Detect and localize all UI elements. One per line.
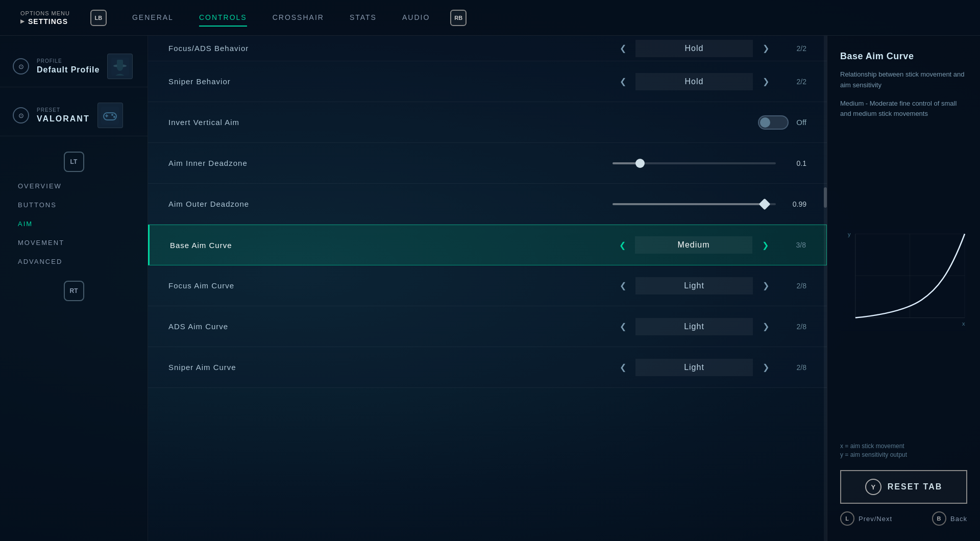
- back-label: Back: [950, 515, 967, 523]
- profile-icon: ⊙: [13, 58, 29, 75]
- lt-trigger-area: LT: [0, 146, 148, 177]
- invert-vertical-aim-label: Invert Vertical Aim: [168, 118, 643, 127]
- tab-controls[interactable]: CONTROLS: [199, 9, 247, 27]
- profile-avatar: [107, 54, 133, 79]
- aim-outer-deadzone-label: Aim Outer Deadzone: [168, 200, 612, 208]
- profile-label: PROFILE: [37, 58, 100, 64]
- setting-row-base-aim-curve[interactable]: Base Aim Curve ❮ Medium ❯ 3/8: [148, 225, 827, 265]
- aim-inner-deadzone-slider[interactable]: [612, 162, 776, 164]
- settings-list: Focus/ADS Behavior ❮ Hold ❯ 2/2 Sniper B…: [148, 36, 827, 388]
- app-container: OPTIONS MENU ▶ SETTINGS LB GENERAL CONTR…: [0, 0, 980, 541]
- lt-button: LT: [64, 152, 84, 172]
- chart-axes-desc: x = aim stick movement y = aim sensitivi…: [840, 442, 967, 460]
- right-panel-desc: Relationship between stick movement and …: [840, 69, 967, 91]
- sniper-aim-value: Light: [635, 359, 753, 376]
- rt-button: RT: [64, 281, 84, 301]
- base-aim-prev-btn[interactable]: ❮: [612, 235, 632, 255]
- invert-vertical-aim-value: Off: [796, 118, 806, 127]
- setting-row-ads-aim-curve[interactable]: ADS Aim Curve ❮ Light ❯ 2/8: [148, 306, 827, 347]
- preset-label: PRESET: [37, 107, 90, 113]
- tab-stats[interactable]: STATS: [350, 9, 377, 27]
- sniper-aim-prev-btn[interactable]: ❮: [612, 357, 633, 378]
- svg-text:x: x: [962, 321, 965, 327]
- nav-tabs: GENERAL CONTROLS CROSSHAIR STATS AUDIO: [132, 9, 430, 27]
- preset-avatar: [97, 103, 123, 128]
- base-aim-next-btn[interactable]: ❯: [755, 235, 775, 255]
- aim-outer-deadzone-slider[interactable]: [612, 203, 776, 205]
- rt-trigger-area: RT: [0, 276, 148, 306]
- base-aim-curve-control: ❮ Medium ❯: [612, 235, 775, 255]
- aim-outer-deadzone-value: 0.99: [786, 200, 806, 208]
- focus-ads-prev-btn[interactable]: ❮: [612, 38, 633, 59]
- options-menu-label: OPTIONS MENU ▶ SETTINGS: [20, 10, 70, 26]
- settings-text: SETTINGS: [28, 17, 68, 26]
- sidebar-item-movement[interactable]: MOVEMENT: [10, 234, 137, 252]
- sniper-value: Hold: [635, 73, 753, 90]
- focus-aim-prev-btn[interactable]: ❮: [612, 276, 633, 296]
- svg-point-7: [113, 116, 115, 118]
- reset-tab-label: RESET TAB: [888, 482, 942, 491]
- setting-row-invert-vertical-aim[interactable]: Invert Vertical Aim Off: [148, 102, 827, 143]
- sniper-count: 2/2: [786, 78, 806, 86]
- invert-vertical-aim-control: Off: [643, 115, 806, 130]
- sniper-aim-count: 2/8: [786, 363, 806, 372]
- svg-text:y: y: [848, 231, 851, 237]
- focus-ads-behavior-control: ❮ Hold ❯: [612, 38, 776, 59]
- lb-button[interactable]: LB: [90, 10, 107, 26]
- focus-ads-behavior-label: Focus/ADS Behavior: [168, 44, 612, 53]
- y-axis-desc: y = aim sensitivity output: [840, 451, 967, 458]
- ads-aim-prev-btn[interactable]: ❮: [612, 316, 633, 337]
- sniper-aim-curve-control: ❮ Light ❯: [612, 357, 776, 378]
- setting-row-focus-ads-behavior[interactable]: Focus/ADS Behavior ❮ Hold ❯ 2/2: [148, 36, 827, 61]
- reset-tab-button[interactable]: Y RESET TAB: [840, 470, 967, 504]
- right-panel: Base Aim Curve Relationship between stic…: [827, 36, 980, 541]
- aim-inner-deadzone-label: Aim Inner Deadzone: [168, 159, 612, 167]
- l-button-icon: L: [840, 511, 854, 526]
- top-nav: OPTIONS MENU ▶ SETTINGS LB GENERAL CONTR…: [0, 0, 980, 36]
- aim-curve-chart: y x: [840, 132, 967, 427]
- invert-vertical-aim-toggle[interactable]: [758, 115, 789, 130]
- ads-aim-curve-control: ❮ Light ❯: [612, 316, 776, 337]
- ads-aim-value: Light: [635, 318, 753, 335]
- options-menu-text: OPTIONS MENU: [20, 10, 70, 16]
- sniper-aim-curve-label: Sniper Aim Curve: [168, 363, 612, 372]
- focus-aim-curve-control: ❮ Light ❯: [612, 276, 776, 296]
- sidebar-item-buttons[interactable]: BUTTONS: [10, 196, 137, 214]
- setting-row-aim-outer-deadzone: Aim Outer Deadzone 0.99: [148, 184, 827, 225]
- base-aim-curve-label: Base Aim Curve: [170, 241, 612, 250]
- rb-button[interactable]: RB: [450, 10, 467, 26]
- setting-row-focus-aim-curve[interactable]: Focus Aim Curve ❮ Light ❯ 2/8: [148, 265, 827, 306]
- setting-row-sniper-aim-curve[interactable]: Sniper Aim Curve ❮ Light ❯ 2/8: [148, 347, 827, 388]
- svg-point-3: [117, 64, 123, 71]
- scrollbar[interactable]: [824, 36, 827, 541]
- focus-aim-count: 2/8: [786, 282, 806, 290]
- tab-general[interactable]: GENERAL: [132, 9, 174, 27]
- y-button-icon: Y: [865, 479, 881, 495]
- sidebar-item-aim[interactable]: AIM: [10, 215, 137, 233]
- preset-icon-circle: ⊙: [13, 107, 29, 124]
- focus-ads-next-btn[interactable]: ❯: [755, 38, 776, 59]
- focus-aim-next-btn[interactable]: ❯: [755, 276, 776, 296]
- preset-section: ⊙ PRESET VALORANT: [0, 95, 148, 136]
- settings-label: ▶ SETTINGS: [20, 17, 70, 26]
- tab-audio[interactable]: AUDIO: [402, 9, 430, 27]
- bottom-controls: L Prev/Next B Back: [840, 504, 967, 526]
- sidebar-item-advanced[interactable]: ADVANCED: [10, 253, 137, 270]
- preset-info: PRESET VALORANT: [37, 107, 90, 124]
- focus-ads-count: 2/2: [786, 44, 806, 53]
- focus-ads-value: Hold: [635, 40, 753, 57]
- sniper-prev-btn[interactable]: ❮: [612, 71, 633, 92]
- right-panel-title: Base Aim Curve: [840, 51, 967, 62]
- sniper-next-btn[interactable]: ❯: [755, 71, 776, 92]
- tab-crosshair[interactable]: CROSSHAIR: [273, 9, 324, 27]
- sidebar-item-overview[interactable]: OVERVIEW: [10, 177, 137, 195]
- scrollbar-thumb: [824, 187, 827, 208]
- svg-point-6: [111, 114, 113, 116]
- ads-aim-next-btn[interactable]: ❯: [755, 316, 776, 337]
- aim-inner-deadzone-value: 0.1: [786, 159, 806, 167]
- prev-next-btn[interactable]: L Prev/Next: [840, 511, 892, 526]
- left-sidebar: ⊙ PROFILE Default Profile: [0, 36, 148, 541]
- sniper-aim-next-btn[interactable]: ❯: [755, 357, 776, 378]
- setting-row-sniper-behavior[interactable]: Sniper Behavior ❮ Hold ❯ 2/2: [148, 61, 827, 102]
- back-btn[interactable]: B Back: [932, 511, 967, 526]
